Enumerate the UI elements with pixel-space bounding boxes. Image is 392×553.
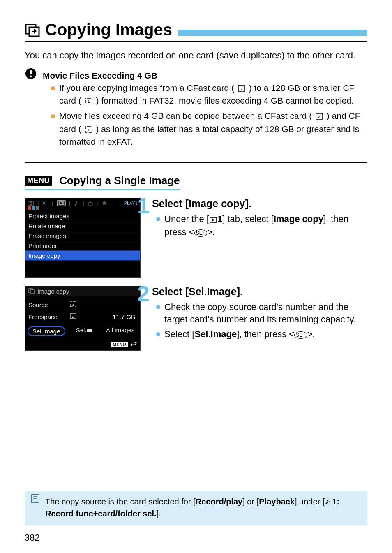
custom-fn-tab-icon — [88, 200, 93, 206]
text: ) formatted in FAT32, movie files exceed… — [96, 96, 354, 105]
wrench-tab-icon — [74, 200, 79, 206]
text: ]. — [157, 509, 161, 518]
svg-text:2: 2 — [318, 115, 321, 119]
text: ], then press < — [237, 329, 294, 339]
text: The copy source is the card selected for… — [45, 497, 196, 506]
text: 1 — [332, 497, 337, 506]
sel-image-button: Sel.Image — [27, 325, 66, 337]
text: Under the [ — [164, 214, 209, 224]
tab-page-label: PLAY1 — [124, 201, 138, 206]
warning-box: Movie Files Exceeding 4 GB If you are co… — [25, 70, 367, 155]
copy-images-title-icon — [25, 22, 41, 38]
cfast-card-icon: 2 — [315, 111, 323, 123]
text: Sel.Image — [194, 329, 237, 339]
text: Select [ — [164, 329, 194, 339]
svg-rect-26 — [32, 495, 39, 503]
freespace-card-icon: 2 — [69, 313, 102, 321]
title-accent-bar — [178, 30, 367, 36]
back-arrow-icon: ⮐ — [129, 340, 137, 347]
step-1-bullet: Under the [1] tab, select [Image copy], … — [154, 213, 367, 238]
camera-menu-screenshot-2: Image copy Source 1 Freespace 2 — [25, 286, 141, 351]
text: ] or [ — [242, 497, 259, 506]
cf-card-icon: 1 — [85, 125, 93, 136]
menu-badge: MENU — [25, 176, 52, 186]
text: Image copy — [274, 214, 323, 224]
source-card-icon: 1 — [69, 301, 102, 309]
menu-row: Erase images — [25, 231, 140, 241]
set-button-icon: SET — [194, 229, 207, 237]
warning-heading: Movie Files Exceeding 4 GB — [43, 71, 367, 81]
text: If you are copying images from a CFast c… — [59, 83, 234, 93]
set-button-icon: SET — [294, 331, 307, 339]
step-number-1: 1 — [137, 194, 150, 217]
step-2-title: Select [Sel.Image]. — [152, 286, 367, 298]
svg-text:2: 2 — [72, 315, 74, 319]
freespace-label: Freespace — [28, 313, 69, 320]
menu-row: Protect images — [25, 211, 140, 221]
step-1: | AF | | | | — [25, 198, 367, 278]
step-2-bullet: Check the copy source card's number and … — [154, 301, 367, 325]
wrench-inline-icon — [325, 497, 331, 508]
step-2-bullet: Select [Sel.Image], then press <SET>. — [154, 328, 367, 340]
page-title: Copying Images — [45, 21, 172, 39]
source-label: Source — [28, 301, 69, 308]
exclamation-icon — [25, 67, 37, 80]
step-number-2: 2 — [137, 282, 150, 305]
menu-row-selected: Image copy — [25, 251, 140, 261]
section-subheading: MENU Copying a Single Image — [25, 174, 180, 190]
warning-item: Movie files exceeding 4 GB can be copied… — [51, 110, 367, 148]
text: >. — [307, 329, 315, 339]
text: Movie files exceeding 4 GB can be copied… — [59, 111, 312, 120]
freespace-value: 11.7 GB — [102, 313, 137, 320]
text: ) as long as the latter has a total capa… — [59, 124, 359, 146]
svg-rect-21 — [30, 290, 34, 293]
menu-row: Rotate image — [25, 221, 140, 231]
page-number: 382 — [25, 532, 367, 543]
svg-text:2: 2 — [240, 87, 242, 91]
text: Record/play — [196, 497, 242, 506]
step-1-title: Select [Image copy]. — [152, 198, 367, 210]
af-tab-icon: AF — [42, 200, 48, 206]
intro-paragraph: You can copy the images recorded on one … — [25, 49, 367, 62]
text: ] under [ — [295, 497, 325, 506]
star-tab-icon — [101, 200, 107, 206]
camera-tab-icon — [28, 201, 34, 206]
svg-point-14 — [30, 203, 32, 205]
menu-chip: MENU — [111, 342, 127, 347]
cfast-card-icon: 2 — [238, 83, 246, 95]
text: Playback — [259, 497, 295, 506]
warning-item: If you are copying images from a CFast c… — [51, 82, 367, 108]
text: >. — [207, 227, 215, 237]
cf-card-icon: 1 — [85, 96, 93, 108]
page-title-row: Copying Images — [25, 21, 367, 42]
svg-point-18 — [90, 201, 91, 203]
copy-small-icon — [28, 288, 35, 295]
playback-inline-icon — [210, 214, 217, 226]
note-box: The copy source is the card selected for… — [25, 491, 367, 525]
svg-point-4 — [30, 75, 32, 77]
camera-menu-screenshot-1: | AF | | | | — [25, 198, 141, 278]
svg-rect-3 — [30, 70, 32, 74]
text: 1 — [217, 214, 222, 224]
playback-tab-icon — [57, 200, 66, 206]
all-images-button: All images — [102, 325, 138, 337]
svg-rect-15 — [30, 201, 32, 202]
svg-text:1: 1 — [88, 99, 90, 104]
step-2: Image copy Source 1 Freespace 2 — [25, 286, 367, 351]
text: ] tab, select [ — [222, 214, 274, 224]
sel-folder-button: Sel. — [66, 325, 102, 337]
svg-text:1: 1 — [72, 303, 74, 307]
shot2-title-text: Image copy — [37, 288, 69, 295]
subheading-text: Copying a Single Image — [59, 174, 180, 187]
menu-row: Print order — [25, 241, 140, 251]
svg-text:1: 1 — [88, 128, 90, 132]
note-icon — [30, 494, 40, 504]
separator — [25, 162, 367, 163]
